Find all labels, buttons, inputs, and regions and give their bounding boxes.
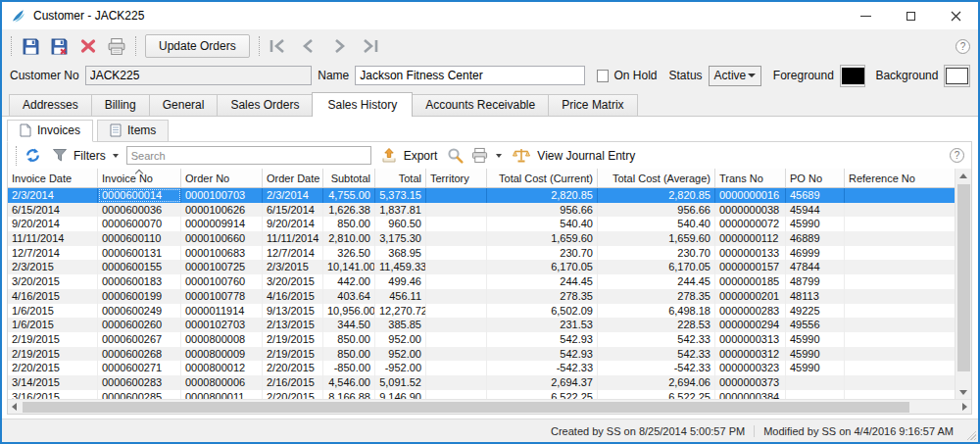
- table-cell: [845, 318, 955, 332]
- column-header[interactable]: Reference No: [845, 169, 955, 187]
- background-color-button[interactable]: [944, 65, 970, 87]
- tab-general[interactable]: General: [149, 94, 219, 116]
- table-cell: 952.00: [375, 332, 426, 347]
- tab-sales-orders[interactable]: Sales Orders: [217, 94, 313, 116]
- tab-accounts-receivable[interactable]: Accounts Receivable: [412, 94, 549, 116]
- vertical-scroll-thumb[interactable]: [957, 184, 970, 371]
- table-row[interactable]: 4/16/2015000060019900001007784/16/201540…: [8, 289, 955, 304]
- foreground-label: Foreground: [773, 69, 834, 82]
- on-hold-label: On Hold: [614, 69, 658, 82]
- table-row[interactable]: 6/15/2014000060003600001006266/15/20141,…: [8, 203, 955, 218]
- save-button[interactable]: [17, 32, 45, 60]
- column-header[interactable]: Trans No: [715, 169, 786, 187]
- chevron-down-icon[interactable]: [496, 154, 502, 158]
- close-button[interactable]: [933, 2, 978, 29]
- horizontal-scrollbar[interactable]: [8, 399, 971, 414]
- table-cell: 12,270.72: [375, 304, 426, 319]
- refresh-icon[interactable]: [24, 147, 41, 164]
- subtab-items[interactable]: Items: [97, 120, 169, 142]
- column-header[interactable]: PO No: [786, 169, 845, 187]
- table-row[interactable]: 2/19/2015000060026800008000092/19/201585…: [8, 347, 955, 362]
- column-header[interactable]: Invoice Date: [8, 169, 98, 187]
- search-input[interactable]: [126, 146, 371, 165]
- table-row[interactable]: 3/16/2015000060028500008000112/20/20158,…: [8, 390, 955, 399]
- table-cell: 442.00: [323, 274, 375, 289]
- search-magnifier-icon[interactable]: [447, 147, 465, 165]
- column-header-label: Territory: [430, 173, 469, 184]
- subtab-invoices[interactable]: Invoices: [7, 120, 93, 142]
- customer-name-field[interactable]: [355, 66, 585, 85]
- grid-toolbar: Filters Export: [8, 142, 971, 169]
- tab-billing[interactable]: Billing: [91, 94, 150, 116]
- table-cell: 278.35: [487, 289, 598, 304]
- resize-grip[interactable]: [966, 430, 976, 440]
- chevron-down-icon[interactable]: [113, 154, 119, 158]
- table-row[interactable]: 3/14/2015000060028300008000062/16/20154,…: [8, 375, 955, 390]
- scroll-right-icon[interactable]: [958, 400, 971, 414]
- column-header[interactable]: Total Cost (Average): [598, 169, 715, 187]
- grid-help-icon[interactable]: ?: [950, 148, 964, 163]
- filters-label[interactable]: Filters: [74, 149, 106, 163]
- journal-scales-icon[interactable]: [512, 147, 531, 164]
- table-row[interactable]: 2/20/2015000060027100008000122/20/2015-8…: [8, 361, 955, 375]
- foreground-color-button[interactable]: [840, 65, 866, 87]
- table-cell: [845, 203, 955, 218]
- on-hold-checkbox[interactable]: [597, 70, 608, 82]
- table-cell: 542.93: [487, 332, 598, 347]
- sales-history-subtabs: Invoices Items: [2, 117, 978, 142]
- update-orders-button[interactable]: Update Orders: [145, 34, 250, 58]
- table-cell: 0000100683: [181, 246, 263, 261]
- column-header[interactable]: Order No: [181, 169, 263, 187]
- table-row[interactable]: 3/20/2015000060018300001007603/20/201544…: [8, 274, 955, 289]
- table-row[interactable]: 12/7/20140000600131000010068312/7/201432…: [8, 246, 955, 261]
- delete-icon[interactable]: [74, 32, 102, 60]
- main-toolbar: Update Orders ?: [2, 29, 978, 63]
- view-journal-entry-label[interactable]: View Journal Entry: [537, 149, 635, 163]
- nav-last-icon[interactable]: [356, 32, 384, 60]
- nav-next-icon[interactable]: [325, 32, 354, 60]
- nav-previous-icon[interactable]: [295, 32, 323, 60]
- save-close-button[interactable]: [45, 32, 74, 60]
- table-row[interactable]: 1/6/2015000060024900000119149/13/201510,…: [8, 304, 955, 319]
- table-row[interactable]: 1/6/2015000060026000001027032/13/2015344…: [8, 318, 955, 332]
- column-header[interactable]: Total: [375, 169, 426, 187]
- column-header[interactable]: Territory: [426, 169, 487, 187]
- table-row[interactable]: 2/3/2014000060001400001007032/3/20144,75…: [8, 188, 955, 203]
- column-header[interactable]: Total Cost (Current): [487, 169, 598, 187]
- customer-no-field[interactable]: [85, 66, 313, 85]
- table-cell: [845, 260, 955, 274]
- scroll-up-icon[interactable]: [957, 169, 970, 182]
- table-row[interactable]: 9/20/2014000060007000000099149/20/201485…: [8, 217, 955, 231]
- print-button[interactable]: [102, 32, 130, 60]
- column-header[interactable]: Order Date: [263, 169, 323, 187]
- maximize-button[interactable]: [888, 2, 933, 29]
- export-icon[interactable]: [380, 147, 398, 164]
- table-cell: 540.40: [487, 217, 598, 231]
- table-cell: 6,502.09: [487, 304, 598, 319]
- table-row[interactable]: 11/11/20140000600110000010066011/11/2014…: [8, 231, 955, 246]
- scroll-down-icon[interactable]: [957, 385, 970, 399]
- status-dropdown[interactable]: Active: [709, 66, 761, 86]
- table-cell: 0000000384: [715, 390, 786, 399]
- tab-addresses[interactable]: Addresses: [9, 94, 92, 116]
- scroll-left-icon[interactable]: [8, 400, 21, 414]
- tab-sales-history[interactable]: Sales History: [312, 92, 413, 117]
- table-row[interactable]: 2/3/2015000060015500001007252/3/201510,1…: [8, 260, 955, 274]
- table-cell: [426, 332, 487, 347]
- minimize-button[interactable]: [843, 2, 888, 29]
- tab-price-matrix[interactable]: Price Matrix: [548, 94, 637, 116]
- print-grid-button[interactable]: [470, 147, 489, 164]
- table-cell: 0000600283: [98, 375, 181, 390]
- filter-funnel-icon[interactable]: [52, 148, 68, 163]
- export-label[interactable]: Export: [404, 149, 438, 163]
- table-row[interactable]: 2/19/2015000060026700008000082/19/201585…: [8, 332, 955, 347]
- help-icon[interactable]: ?: [956, 39, 970, 54]
- horizontal-scroll-thumb[interactable]: [23, 402, 909, 413]
- table-cell: 0000000201: [715, 289, 786, 304]
- column-header[interactable]: Subtotal: [323, 169, 375, 187]
- column-header[interactable]: Invoice No: [98, 169, 181, 187]
- nav-first-icon[interactable]: [265, 32, 293, 60]
- table-cell: 0000000294: [715, 318, 786, 332]
- vertical-scrollbar[interactable]: [955, 169, 971, 399]
- table-cell: 2,820.85: [487, 188, 598, 203]
